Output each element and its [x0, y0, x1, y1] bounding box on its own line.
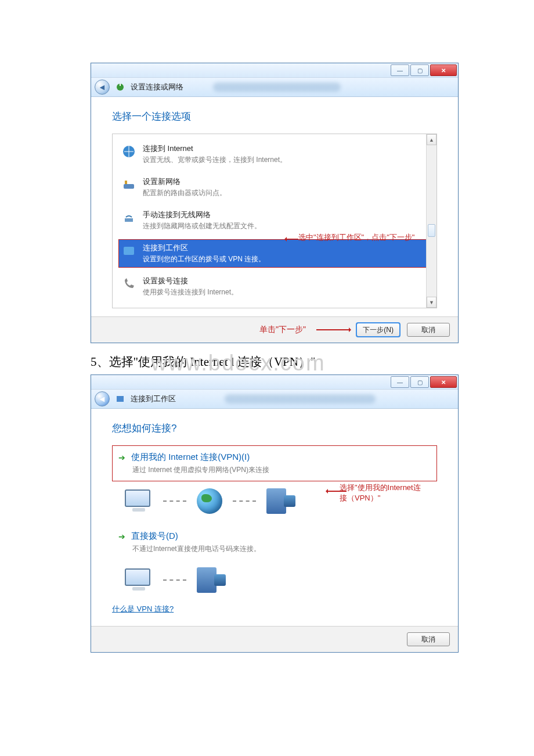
annotation-arrow	[316, 329, 350, 330]
svg-rect-5	[125, 218, 133, 222]
header-bar: ◄ 设置连接或网络	[91, 78, 458, 97]
close-button[interactable]: ✕	[430, 376, 457, 388]
back-button[interactable]: ◄	[95, 391, 110, 406]
option-title: 连接到工作区	[143, 243, 265, 253]
connection-line	[233, 501, 256, 502]
globe-icon	[121, 143, 137, 160]
arrow-right-icon: ➔	[118, 532, 125, 541]
annotation-arrow	[286, 239, 298, 240]
annotation-text: 选择"使用我的Internet连接（VPN）"	[340, 483, 427, 503]
footer-bar: 取消	[91, 626, 458, 652]
network-icon	[116, 82, 125, 92]
step-caption: 5、选择"使用我的 Internet l 连接（VPN）"	[91, 354, 443, 370]
back-button[interactable]: ◄	[95, 80, 110, 95]
svg-rect-1	[120, 84, 121, 86]
option-list: ▲ ▼ 连接到 Internet 设置无线、宽带或拨号连接，连接到 Intern…	[112, 134, 437, 308]
minimize-button[interactable]: —	[391, 376, 409, 388]
blurred-region	[225, 394, 376, 404]
titlebar: — ▢ ✕	[91, 375, 458, 390]
computer-icon	[125, 568, 153, 592]
minimize-button[interactable]: —	[391, 64, 409, 76]
cancel-button[interactable]: 取消	[407, 323, 450, 337]
globe-icon	[197, 488, 222, 514]
option-title: 手动连接到无线网络	[143, 210, 261, 220]
scroll-down-icon[interactable]: ▼	[427, 297, 436, 308]
arrow-left-icon: ◄	[98, 82, 106, 92]
svg-rect-6	[124, 247, 134, 255]
phone-icon	[121, 276, 137, 292]
scroll-thumb[interactable]	[428, 224, 435, 237]
option-dialup[interactable]: 设置拨号连接 使用拨号连接连接到 Internet。	[118, 272, 430, 301]
help-link-vpn[interactable]: 什么是 VPN 连接?	[112, 604, 174, 613]
computer-icon	[125, 489, 153, 513]
choice-title: 使用我的 Internet 连接(VPN)(I)	[131, 452, 250, 463]
svg-rect-4	[125, 181, 127, 184]
footer-annotation: 单击"下一步"	[259, 325, 306, 335]
arrow-right-icon: ➔	[118, 453, 125, 462]
maximize-button[interactable]: ▢	[410, 64, 429, 76]
option-desc: 设置到您的工作区的拨号或 VPN 连接。	[143, 254, 265, 264]
option-manual-wireless[interactable]: 手动连接到无线网络 连接到隐藏网络或创建无线配置文件。	[118, 206, 430, 235]
close-button[interactable]: ✕	[430, 64, 457, 76]
window-title: 设置连接或网络	[131, 82, 183, 92]
option-connect-workplace[interactable]: 连接到工作区 设置到您的工作区的拨号或 VPN 连接。	[118, 239, 430, 268]
option-desc: 设置无线、宽带或拨号连接，连接到 Internet。	[143, 155, 287, 165]
illustration-dial	[125, 567, 437, 593]
option-desc: 连接到隐藏网络或创建无线配置文件。	[143, 221, 261, 231]
page-heading: 选择一个连接选项	[112, 110, 437, 123]
window-title: 连接到工作区	[131, 394, 176, 404]
page-heading: 您想如何连接?	[112, 422, 437, 435]
annotation-text: 选中"连接到工作区"，点击"下一步"	[298, 233, 424, 243]
option-connect-internet[interactable]: 连接到 Internet 设置无线、宽带或拨号连接，连接到 Internet。	[118, 140, 430, 168]
workplace-icon	[116, 394, 125, 404]
arrow-left-icon: ◄	[98, 394, 106, 404]
titlebar: — ▢ ✕	[91, 63, 458, 78]
window-setup-connection: — ▢ ✕ ◄ 设置连接或网络 选择一个连接选项 ▲ ▼	[91, 63, 459, 343]
scrollbar[interactable]: ▲ ▼	[426, 134, 436, 308]
footer-bar: 单击"下一步" 下一步(N) 取消	[91, 316, 458, 343]
server-icon	[197, 567, 217, 593]
choice-direct-dial[interactable]: ➔ 直接拨号(D) 不通过Internet直接使用电话号码来连接。	[112, 524, 437, 560]
router-icon	[121, 177, 137, 193]
svg-rect-3	[124, 184, 134, 189]
choice-desc: 通过 Internet 使用虚拟专用网络(VPN)来连接	[132, 465, 431, 475]
cancel-button[interactable]: 取消	[407, 632, 450, 646]
maximize-button[interactable]: ▢	[410, 376, 429, 388]
svg-rect-7	[117, 396, 124, 402]
next-button[interactable]: 下一步(N)	[356, 323, 400, 337]
option-desc: 配置新的路由器或访问点。	[143, 188, 226, 198]
option-desc: 使用拨号连接连接到 Internet。	[143, 287, 238, 297]
server-icon	[266, 488, 286, 514]
window-connect-workplace: — ▢ ✕ ◄ 连接到工作区 您想如何连接? ➔ 使用我的 Internet 连…	[91, 375, 459, 653]
option-setup-network[interactable]: 设置新网络 配置新的路由器或访问点。	[118, 173, 430, 201]
option-title: 设置新网络	[143, 177, 226, 187]
option-title: 连接到 Internet	[143, 143, 287, 154]
choice-desc: 不通过Internet直接使用电话号码来连接。	[132, 544, 431, 554]
blurred-region	[213, 82, 341, 92]
connection-line	[163, 501, 186, 502]
option-title: 设置拨号连接	[143, 276, 238, 286]
choice-title: 直接拨号(D)	[131, 531, 178, 542]
connection-line	[163, 579, 186, 581]
choice-use-internet-vpn[interactable]: ➔ 使用我的 Internet 连接(VPN)(I) 通过 Internet 使…	[112, 445, 437, 481]
workplace-icon	[121, 243, 137, 259]
header-bar: ◄ 连接到工作区	[91, 390, 458, 409]
wifi-icon	[121, 210, 137, 226]
